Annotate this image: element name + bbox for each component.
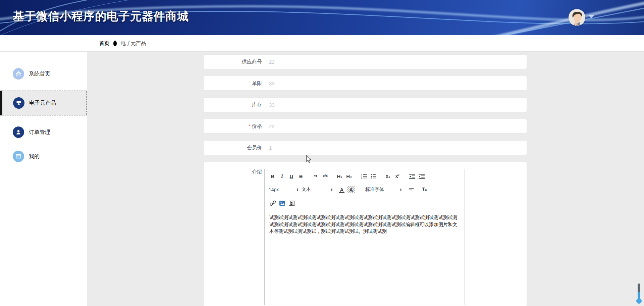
unit-limit-input[interactable] xyxy=(269,78,522,88)
ordered-list-button[interactable]: 123 xyxy=(360,172,368,180)
main-content: 供应商号 单限 库存 *价格 会员价 介绍 xyxy=(87,52,644,306)
scrollbar-indicator[interactable] xyxy=(636,284,642,304)
field-label: 库存 xyxy=(204,102,262,108)
card-icon xyxy=(13,151,24,162)
breadcrumb: 首页 电子元产品 xyxy=(0,35,644,52)
text-color-button[interactable]: A xyxy=(338,186,346,193)
field-label: 会员价 xyxy=(204,145,262,151)
heading2-button[interactable]: H₂ xyxy=(345,172,353,180)
avatar-dropdown-caret-icon[interactable] xyxy=(588,15,594,18)
highlight-color-button[interactable]: A xyxy=(347,186,355,193)
price-input[interactable] xyxy=(269,121,522,131)
picker-arrows-icon: ▴▾ xyxy=(297,188,298,191)
field-label: 供应商号 xyxy=(204,59,262,65)
breadcrumb-home[interactable]: 首页 xyxy=(99,40,109,47)
user-avatar[interactable] xyxy=(569,9,585,26)
outdent-button[interactable] xyxy=(408,172,416,180)
text-style-value: 文本 xyxy=(302,187,311,193)
font-size-value: 14px xyxy=(269,187,279,192)
heading1-button[interactable]: H₁ xyxy=(336,172,344,180)
user-icon xyxy=(13,126,24,138)
code-block-button[interactable]: </> xyxy=(321,172,329,180)
sidebar-item-label: 电子元产品 xyxy=(29,100,56,107)
form-row-intro: 介绍 B I U S ” </> H₁ H₂ xyxy=(203,162,527,306)
clear-format-t: T xyxy=(422,187,425,193)
sidebar-item-label: 我的 xyxy=(29,153,40,160)
bold-button[interactable]: B xyxy=(269,172,277,180)
sidebar-item-label: 系统首页 xyxy=(29,70,50,78)
stock-input[interactable] xyxy=(269,100,522,110)
form-row-stock: 库存 xyxy=(203,97,527,112)
form-row-member-price: 会员价 xyxy=(203,140,527,155)
font-size-picker[interactable]: 14px ▴▾ xyxy=(269,187,298,192)
editor-content-area[interactable]: 试测试测试测试测试测试测试测试测试测试测试测试测试测试测试测试测试测试测试测试测… xyxy=(265,210,465,305)
scrollbar-thumb-ball[interactable] xyxy=(636,298,642,304)
sidebar-item-electronic-products[interactable]: 电子元产品 xyxy=(0,91,87,115)
home-icon xyxy=(13,68,24,80)
sidebar-item-mine[interactable]: 我的 xyxy=(0,146,87,167)
sidebar-item-order-management[interactable]: 订单管理 xyxy=(0,121,87,143)
field-label: *价格 xyxy=(204,123,262,130)
app-header: 基于微信小程序的电子元器件商城 xyxy=(0,0,644,35)
avatar-photo-icon xyxy=(569,9,585,26)
font-family-picker[interactable]: 标准字体 ▴▾ xyxy=(365,187,401,193)
sidebar-item-system-home[interactable]: 系统首页 xyxy=(0,63,87,85)
field-label-text: 价格 xyxy=(252,123,262,129)
editor-paragraph: 试测试测试测试测试测试测试测试测试测试测试测试测试测试测试测试测试测试测试测试测… xyxy=(269,214,460,235)
form-row-price: *价格 xyxy=(203,119,527,134)
clear-format-button[interactable]: Tx xyxy=(420,186,428,193)
insert-video-button[interactable] xyxy=(287,199,296,207)
picker-arrows-icon: ▴▾ xyxy=(400,188,401,191)
field-label: 单限 xyxy=(204,80,262,87)
shop-icon xyxy=(13,97,24,109)
italic-button[interactable]: I xyxy=(278,172,286,180)
subscript-button[interactable]: x₂ xyxy=(384,172,392,180)
picker-arrows-icon: ▴▾ xyxy=(331,188,332,191)
breadcrumb-current: 电子元产品 xyxy=(121,40,146,47)
font-family-value: 标准字体 xyxy=(365,187,384,193)
link-button[interactable] xyxy=(269,199,277,207)
breadcrumb-separator-icon xyxy=(113,41,117,46)
form-row-supplier-no: 供应商号 xyxy=(203,54,527,69)
editor-toolbar: B I U S ” </> H₁ H₂ xyxy=(265,169,465,210)
field-label: 介绍 xyxy=(204,169,262,175)
blockquote-button[interactable]: ” xyxy=(312,172,320,180)
superscript-button[interactable]: x² xyxy=(393,172,401,180)
strikethrough-button[interactable]: S xyxy=(297,172,305,180)
underline-button[interactable]: U xyxy=(287,172,296,180)
text-style-picker[interactable]: 文本 ▴▾ xyxy=(302,187,332,193)
form-row-unit-limit: 单限 xyxy=(203,76,527,91)
clear-format-x: x xyxy=(425,188,427,192)
align-button[interactable] xyxy=(408,186,416,193)
rich-text-editor: B I U S ” </> H₁ H₂ xyxy=(264,169,465,305)
supplier-no-input[interactable] xyxy=(269,57,522,67)
svg-text:3: 3 xyxy=(361,177,362,179)
insert-image-button[interactable] xyxy=(278,199,286,207)
sidebar: 系统首页 电子元产品 订单管理 我的 xyxy=(0,52,87,306)
bullet-list-button[interactable] xyxy=(369,172,377,180)
page-title: 基于微信小程序的电子元器件商城 xyxy=(13,9,189,24)
sidebar-item-label: 订单管理 xyxy=(29,129,50,136)
indent-button[interactable] xyxy=(418,172,426,180)
scrollbar-track xyxy=(638,284,640,300)
member-price-input[interactable] xyxy=(269,143,522,153)
required-asterisk: * xyxy=(249,123,251,129)
